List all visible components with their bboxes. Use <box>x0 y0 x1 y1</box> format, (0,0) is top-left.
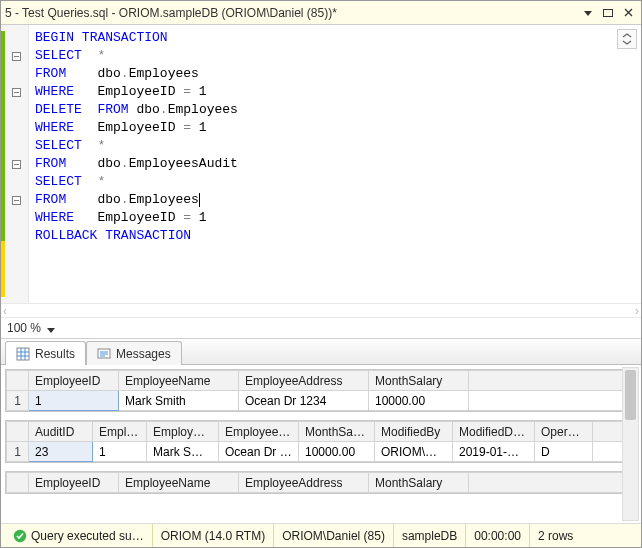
column-header[interactable]: ModifiedD… <box>453 422 535 442</box>
code-line: SELECT * <box>35 47 635 65</box>
status-db: sampleDB <box>394 524 466 547</box>
status-time: 00:00:00 <box>466 524 530 547</box>
results-tabs: Results Messages <box>1 339 641 365</box>
cell[interactable]: D <box>535 442 593 462</box>
column-header[interactable]: EmployeeID <box>29 473 119 493</box>
column-header[interactable]: Opera… <box>535 422 593 442</box>
svg-rect-1 <box>17 348 29 360</box>
code-area[interactable]: BEGIN TRANSACTIONSELECT *FROM dbo.Employ… <box>29 25 641 303</box>
status-server: ORIOM (14.0 RTM) <box>153 524 274 547</box>
code-line: WHERE EmployeeID = 1 <box>35 209 635 227</box>
sql-editor[interactable]: BEGIN TRANSACTIONSELECT *FROM dbo.Employ… <box>1 25 641 303</box>
column-filler <box>469 473 636 493</box>
column-header[interactable]: EmployeeAddress <box>239 473 369 493</box>
grid-corner <box>7 371 29 391</box>
zoom-dropdown[interactable] <box>47 323 57 333</box>
code-line: WHERE EmployeeID = 1 <box>35 83 635 101</box>
cell[interactable]: Mark Smith <box>119 391 239 411</box>
tab-results-label: Results <box>35 347 75 361</box>
change-marker-yellow <box>1 241 5 297</box>
window-title: 5 - Test Queries.sql - ORIOM.sampleDB (O… <box>5 6 577 20</box>
column-header[interactable]: ModifiedBy <box>375 422 453 442</box>
success-icon <box>13 529 27 543</box>
grid-icon <box>16 347 30 361</box>
column-header[interactable]: Employ… <box>147 422 219 442</box>
zoom-level: 100 % <box>7 321 41 335</box>
grid-corner <box>7 422 29 442</box>
code-line: FROM dbo.Employees <box>35 65 635 83</box>
code-line: DELETE FROM dbo.Employees <box>35 101 635 119</box>
column-header[interactable]: MonthSa… <box>299 422 375 442</box>
code-line: WHERE EmployeeID = 1 <box>35 119 635 137</box>
status-user: ORIOM\Daniel (85) <box>274 524 394 547</box>
column-header[interactable]: AuditID <box>29 422 93 442</box>
code-line: FROM dbo.Employees <box>35 191 635 209</box>
code-line: BEGIN TRANSACTION <box>35 29 635 47</box>
results-vertical-scrollbar[interactable] <box>622 367 639 521</box>
cell[interactable]: 2019-01-… <box>453 442 535 462</box>
results-panel: EmployeeIDEmployeeNameEmployeeAddressMon… <box>1 365 641 523</box>
grid-corner <box>7 473 29 493</box>
column-header[interactable]: Employee… <box>219 422 299 442</box>
titlebar: 5 - Test Queries.sql - ORIOM.sampleDB (O… <box>1 1 641 25</box>
status-bar: Query executed su… ORIOM (14.0 RTM) ORIO… <box>1 523 641 547</box>
column-filler <box>469 371 636 391</box>
column-header[interactable]: EmployeeName <box>119 371 239 391</box>
scrollbar-thumb[interactable] <box>625 370 636 420</box>
window-maximize-button[interactable] <box>599 5 617 21</box>
result-grid: EmployeeIDEmployeeNameEmployeeAddressMon… <box>5 369 637 412</box>
fold-strip <box>9 31 23 297</box>
status-rows: 2 rows <box>530 524 581 547</box>
cell[interactable]: Ocean Dr … <box>219 442 299 462</box>
tab-messages[interactable]: Messages <box>86 341 182 365</box>
editor-gutter <box>1 25 29 303</box>
cell[interactable]: ORIOM\… <box>375 442 453 462</box>
fold-toggle[interactable] <box>12 52 21 61</box>
result-grid: EmployeeIDEmployeeNameEmployeeAddressMon… <box>5 471 637 494</box>
cell[interactable]: 1 <box>93 442 147 462</box>
status-exec-text: Query executed su… <box>31 529 144 543</box>
svg-rect-0 <box>604 9 613 16</box>
fold-toggle[interactable] <box>12 196 21 205</box>
code-line: SELECT * <box>35 137 635 155</box>
column-header[interactable]: EmployeeAddress <box>239 371 369 391</box>
table-row[interactable]: 11Mark SmithOcean Dr 123410000.00 <box>7 391 636 411</box>
cell[interactable]: Mark S… <box>147 442 219 462</box>
column-header[interactable]: EmployeeID <box>29 371 119 391</box>
table-row[interactable]: 1231Mark S…Ocean Dr …10000.00ORIOM\…2019… <box>7 442 636 462</box>
query-window: 5 - Test Queries.sql - ORIOM.sampleDB (O… <box>0 0 642 548</box>
tab-results[interactable]: Results <box>5 341 86 365</box>
cell[interactable]: 10000.00 <box>299 442 375 462</box>
zoom-bar: 100 % <box>1 317 641 339</box>
result-grid: AuditIDEmpl…Employ…Employee…MonthSa…Modi… <box>5 420 637 463</box>
fold-toggle[interactable] <box>12 160 21 169</box>
code-line: ROLLBACK TRANSACTION <box>35 227 635 245</box>
editor-horizontal-scrollbar[interactable]: ‹› <box>1 303 641 317</box>
row-header[interactable]: 1 <box>7 391 29 411</box>
cell[interactable]: 1 <box>29 391 119 411</box>
messages-icon <box>97 347 111 361</box>
column-header[interactable]: MonthSalary <box>369 473 469 493</box>
window-dropdown-button[interactable] <box>579 5 597 21</box>
split-toggle-icon[interactable] <box>617 29 637 49</box>
fold-toggle[interactable] <box>12 88 21 97</box>
status-exec: Query executed su… <box>5 524 153 547</box>
code-line: SELECT * <box>35 173 635 191</box>
cell[interactable]: 10000.00 <box>369 391 469 411</box>
cell[interactable]: 23 <box>29 442 93 462</box>
window-close-button[interactable] <box>619 5 637 21</box>
column-header[interactable]: Empl… <box>93 422 147 442</box>
code-line: FROM dbo.EmployeesAudit <box>35 155 635 173</box>
column-header[interactable]: MonthSalary <box>369 371 469 391</box>
tab-messages-label: Messages <box>116 347 171 361</box>
column-header[interactable]: EmployeeName <box>119 473 239 493</box>
results-grids: EmployeeIDEmployeeNameEmployeeAddressMon… <box>1 365 641 523</box>
cell-filler <box>469 391 636 411</box>
cell[interactable]: Ocean Dr 1234 <box>239 391 369 411</box>
row-header[interactable]: 1 <box>7 442 29 462</box>
